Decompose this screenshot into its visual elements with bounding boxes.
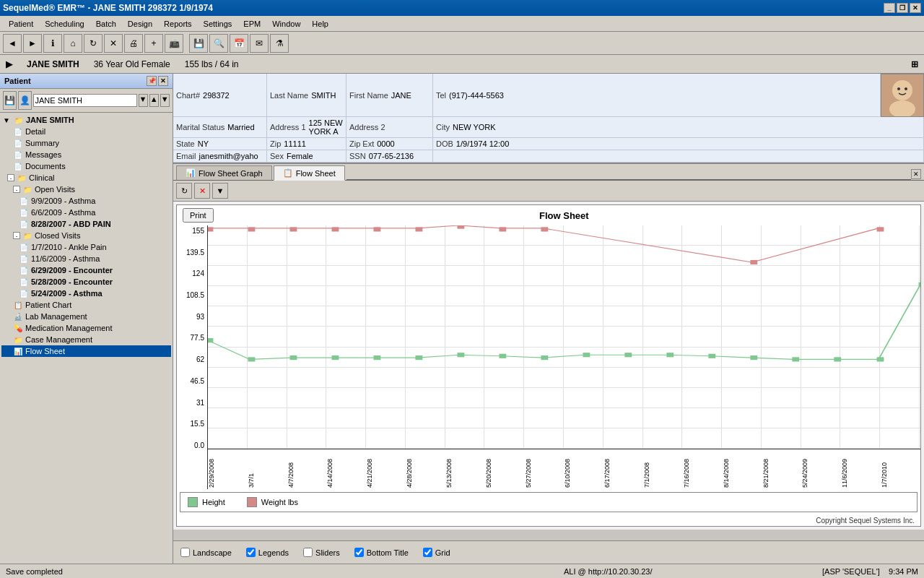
stop-button[interactable]: ✕ [104, 34, 123, 53]
search-dropdown-button[interactable]: ▼ [139, 94, 148, 107]
fs-close-button[interactable]: ✕ [194, 183, 210, 199]
legends-checkbox[interactable] [246, 548, 256, 557]
open-visits-expand[interactable]: - [13, 186, 20, 193]
tree-visit-4[interactable]: 📄 1/7/2010 - Ankle Pain [1, 241, 171, 253]
tree-visit-1[interactable]: 📄 9/9/2009 - Asthma [1, 195, 171, 207]
menu-batch[interactable]: Batch [90, 18, 122, 30]
new-button[interactable]: + [144, 34, 163, 53]
closed-visits-expand[interactable]: - [13, 232, 20, 239]
email-label: Email [176, 152, 196, 160]
tree-item-lab-management[interactable]: 🔬 Lab Management [1, 311, 171, 322]
firstname-value: JANE [391, 91, 411, 100]
tree-visit3-label: 8/28/2007 - ABD PAIN [31, 220, 111, 228]
menu-settings[interactable]: Settings [198, 18, 238, 30]
landscape-option[interactable]: Landscape [180, 548, 232, 557]
fs-dropdown-button[interactable]: ▼ [212, 183, 228, 199]
tab-flowsheet-graph[interactable]: 📊 Flow Sheet Graph [176, 165, 272, 180]
menu-window[interactable]: Window [266, 18, 306, 30]
tree-item-clinical[interactable]: - 📁 Clinical [1, 172, 171, 184]
search-button[interactable]: 🔍 [209, 34, 228, 53]
zipext-value: 0000 [377, 139, 394, 148]
menu-scheduling[interactable]: Scheduling [39, 18, 90, 30]
legends-option[interactable]: Legends [246, 548, 289, 557]
sex-label: Sex [270, 152, 284, 160]
firstname-label: First Name [349, 91, 388, 100]
y-axis: 155 139.5 124 108.5 93 77.5 62 46.5 31 1… [177, 225, 207, 489]
tree-item-open-visits[interactable]: - 📁 Open Visits [1, 184, 171, 195]
detail-icon: 📄 [13, 126, 23, 137]
tel-cell: Tel (917)-444-5563 [433, 74, 881, 117]
sliders-checkbox[interactable] [303, 548, 313, 557]
panel-pin-button[interactable]: 📌 [147, 76, 157, 86]
tree-item-summary[interactable]: 📄 Summary [1, 137, 171, 149]
menu-bar: Patient Scheduling Batch Design Reports … [0, 16, 924, 32]
clinical-expand[interactable]: - [7, 174, 14, 181]
tab-flowsheet[interactable]: 📋 Flow Sheet [274, 165, 345, 181]
minimize-button[interactable]: _ [884, 3, 895, 13]
tree-visit-7[interactable]: 📄 5/28/2009 - Encounter [1, 276, 171, 288]
tree-visit-3[interactable]: 📄 8/28/2007 - ABD PAIN [1, 218, 171, 230]
bottom-title-option[interactable]: Bottom Title [354, 548, 409, 557]
visit4-icon: 📄 [19, 242, 29, 252]
tree-item-closed-visits[interactable]: - 📁 Closed Visits [1, 230, 171, 241]
fax-button[interactable]: 📠 [165, 34, 183, 53]
weight-dot-6 [457, 225, 464, 229]
window-close-button[interactable]: ✕ [911, 169, 921, 179]
height-dot-1 [248, 357, 256, 361]
height-color-swatch [188, 497, 198, 507]
scroll-down-button[interactable]: ▼ [160, 94, 170, 107]
x-axis: 2/29/2008 3/7/1 4/7/2008 4/14/2008 4/21/… [207, 449, 920, 489]
tree-visit-5[interactable]: 📄 11/6/2009 - Asthma [1, 253, 171, 264]
tree-item-messages[interactable]: 📄 Messages [1, 149, 171, 160]
forward-button[interactable]: ► [23, 34, 42, 53]
restore-button[interactable]: ❐ [897, 3, 908, 13]
close-button[interactable]: ✕ [910, 3, 921, 13]
scroll-up-button[interactable]: ▲ [149, 94, 159, 107]
tree-item-patient-chart[interactable]: 📋 Patient Chart [1, 299, 171, 311]
menu-patient[interactable]: Patient [3, 18, 39, 30]
panel-close-button[interactable]: ✕ [158, 76, 168, 86]
patient-save-icon[interactable]: 💾 [3, 91, 17, 110]
tree-visit-8[interactable]: 📄 5/24/2009 - Asthma [1, 288, 171, 299]
letter-button[interactable]: ✉ [250, 34, 269, 53]
menu-reports[interactable]: Reports [158, 18, 198, 30]
x-label-1: 3/7/1 [248, 449, 287, 489]
tree-item-flow-sheet[interactable]: 📊 Flow Sheet [1, 345, 171, 357]
tree-item-documents[interactable]: 📄 Documents [1, 160, 171, 172]
sliders-option[interactable]: Sliders [303, 548, 340, 557]
landscape-checkbox[interactable] [180, 548, 190, 557]
weight-dot-4 [373, 227, 380, 231]
sliders-label: Sliders [315, 548, 340, 557]
print-button[interactable]: Print [183, 208, 214, 223]
tree-documents-label: Documents [25, 162, 66, 171]
back-button[interactable]: ◄ [3, 34, 22, 53]
visit6-icon: 📄 [19, 265, 29, 275]
state-value: NY [198, 139, 209, 148]
menu-help[interactable]: Help [306, 18, 334, 30]
tree-patient-name[interactable]: ▼ 📁 JANE SMITH [1, 114, 171, 126]
save-button[interactable]: 💾 [189, 34, 208, 53]
tree-visit-2[interactable]: 📄 6/6/2009 - Asthma [1, 207, 171, 218]
calendar-button[interactable]: 📅 [230, 34, 248, 53]
tree-item-medication-management[interactable]: 💊 Medication Management [1, 322, 171, 334]
grid-option[interactable]: Grid [423, 548, 450, 557]
menu-epm[interactable]: EPM [237, 18, 266, 30]
patient-search-input[interactable] [33, 94, 137, 107]
lab-button[interactable]: ⚗ [270, 34, 289, 53]
y-77: 77.5 [180, 334, 204, 342]
tab-bar: 📊 Flow Sheet Graph 📋 Flow Sheet ✕ [173, 164, 924, 181]
layout-icon[interactable]: ⊞ [911, 59, 918, 69]
tree-visit-6[interactable]: 📄 6/29/2009 - Encounter [1, 264, 171, 276]
patient-icon[interactable]: 👤 [18, 91, 32, 110]
info-button[interactable]: ℹ [43, 34, 62, 53]
fs-refresh-button[interactable]: ↻ [176, 183, 192, 199]
tree-item-case-management[interactable]: 📁 Case Management [1, 334, 171, 345]
tree-item-detail[interactable]: 📄 Detail [1, 126, 171, 137]
grid-checkbox[interactable] [423, 548, 432, 557]
refresh-button[interactable]: ↻ [84, 34, 103, 53]
bottom-title-checkbox[interactable] [354, 548, 364, 557]
print-button[interactable]: 🖨 [124, 34, 143, 53]
menu-design[interactable]: Design [122, 18, 158, 30]
x-label-8: 5/27/2008 [525, 449, 565, 489]
home-button[interactable]: ⌂ [64, 34, 82, 53]
